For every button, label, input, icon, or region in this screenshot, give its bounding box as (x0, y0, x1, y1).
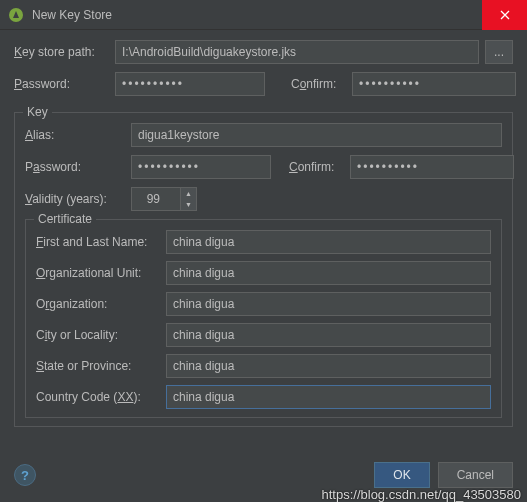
titlebar: New Key Store (0, 0, 527, 30)
keystore-path-row: Key store path: ... (14, 40, 513, 64)
org-input[interactable] (166, 292, 491, 316)
country-input[interactable] (166, 385, 491, 409)
certificate-fieldset: Certificate First and Last Name: Organiz… (25, 219, 502, 418)
key-confirm-input[interactable] (350, 155, 514, 179)
keystore-confirm-label: Confirm: (291, 77, 346, 91)
alias-label: Alias: (25, 128, 95, 142)
validity-label: Validity (years): (25, 192, 120, 206)
state-label: State or Province: (36, 359, 166, 373)
close-button[interactable] (482, 0, 527, 30)
key-password-label: Password: (25, 160, 95, 174)
close-icon (500, 10, 510, 20)
key-confirm-label: Confirm: (289, 160, 344, 174)
key-fieldset: Key Alias: Password: Confirm: Validity (… (14, 112, 513, 427)
country-label: Country Code (XX): (36, 390, 166, 404)
org-row: Organization: (36, 292, 491, 316)
org-unit-row: Organizational Unit: (36, 261, 491, 285)
browse-button[interactable]: ... (485, 40, 513, 64)
spinner-buttons[interactable]: ▲ ▼ (181, 187, 197, 211)
help-button[interactable]: ? (14, 464, 36, 486)
cancel-button[interactable]: Cancel (438, 462, 513, 488)
key-password-row: Password: Confirm: (25, 155, 502, 179)
watermark-text: https://blog.csdn.net/qq_43503580 (322, 487, 522, 502)
alias-row: Alias: (25, 123, 502, 147)
org-unit-label: Organizational Unit: (36, 266, 166, 280)
keystore-confirm-input[interactable] (352, 72, 516, 96)
content-area: Key store path: ... Password: Confirm: K… (0, 30, 527, 454)
window-title: New Key Store (32, 8, 482, 22)
keystore-password-row: Password: Confirm: (14, 72, 513, 96)
city-row: City or Locality: (36, 323, 491, 347)
certificate-legend: Certificate (34, 212, 96, 226)
keystore-path-label: Key store path: (14, 45, 109, 59)
key-password-input[interactable] (131, 155, 271, 179)
keystore-password-label: Password: (14, 77, 109, 91)
city-input[interactable] (166, 323, 491, 347)
first-last-label: First and Last Name: (36, 235, 166, 249)
keystore-path-input[interactable] (115, 40, 479, 64)
ok-button[interactable]: OK (374, 462, 429, 488)
city-label: City or Locality: (36, 328, 166, 342)
state-row: State or Province: (36, 354, 491, 378)
alias-input[interactable] (131, 123, 502, 147)
first-last-row: First and Last Name: (36, 230, 491, 254)
country-row: Country Code (XX): (36, 385, 491, 409)
spinner-down-icon[interactable]: ▼ (181, 199, 196, 210)
org-unit-input[interactable] (166, 261, 491, 285)
org-label: Organization: (36, 297, 166, 311)
keystore-password-input[interactable] (115, 72, 265, 96)
state-input[interactable] (166, 354, 491, 378)
new-key-store-dialog: New Key Store Key store path: ... Passwo… (0, 0, 527, 502)
key-legend: Key (23, 105, 52, 119)
android-studio-icon (8, 7, 24, 23)
spinner-up-icon[interactable]: ▲ (181, 188, 196, 199)
validity-spinner[interactable]: ▲ ▼ (131, 187, 197, 211)
validity-input[interactable] (131, 187, 181, 211)
first-last-input[interactable] (166, 230, 491, 254)
validity-row: Validity (years): ▲ ▼ (25, 187, 502, 211)
